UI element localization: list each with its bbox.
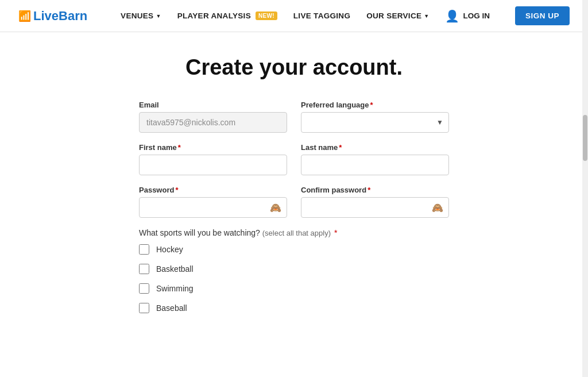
sport-basketball-checkbox[interactable]: [139, 264, 149, 274]
sport-hockey-checkbox[interactable]: [139, 244, 149, 255]
lastname-group: Last name*: [301, 143, 449, 175]
sport-basketball-label[interactable]: Basketball: [156, 264, 194, 274]
password-wrapper: 🙈: [139, 197, 287, 218]
nav-live-tagging[interactable]: LIVE TAGGING: [293, 11, 350, 20]
sport-baseball-label[interactable]: Baseball: [156, 303, 187, 313]
scrollbar[interactable]: [582, 0, 588, 345]
service-dropdown-arrow: ▼: [424, 13, 429, 19]
scrollbar-thumb[interactable]: [583, 115, 587, 161]
password-label: Password*: [139, 186, 287, 194]
password-toggle-icon[interactable]: 🙈: [270, 202, 281, 213]
language-label: Preferred language*: [301, 101, 449, 109]
confirm-password-label: Confirm password*: [301, 186, 449, 194]
nav-our-service[interactable]: OUR SERVICE ▼: [366, 11, 429, 20]
nav-player-analysis[interactable]: PLAYER ANALYSIS New!: [177, 11, 277, 20]
firstname-label: First name*: [139, 143, 287, 152]
registration-form: Email Preferred language* English French…: [139, 101, 449, 322]
confirm-password-field[interactable]: [301, 197, 449, 218]
language-select[interactable]: English French: [301, 112, 449, 133]
signup-button[interactable]: SIGN UP: [515, 6, 570, 25]
login-button[interactable]: 👤 LOG IN: [445, 9, 490, 23]
lastname-label: Last name*: [301, 143, 449, 152]
sport-baseball-item: Baseball: [139, 303, 449, 313]
nav-venues[interactable]: VENUES ▼: [121, 11, 161, 20]
sport-swimming-label[interactable]: Swimming: [156, 284, 194, 293]
language-group: Preferred language* English French ▼: [301, 101, 449, 133]
confirm-password-group: Confirm password* 🙈: [301, 186, 449, 218]
email-label: Email: [139, 101, 287, 109]
new-badge: New!: [256, 11, 277, 20]
password-group: Password* 🙈: [139, 186, 287, 218]
sports-select-note: (select all that apply): [262, 229, 331, 237]
lastname-field[interactable]: [301, 155, 449, 175]
sport-hockey-label[interactable]: Hockey: [156, 245, 183, 254]
account-icon: 👤: [445, 9, 459, 23]
logo[interactable]: 📶 LiveBarn: [18, 9, 87, 24]
required-star-password: *: [175, 186, 178, 194]
required-star-sports: *: [334, 228, 337, 237]
required-star-confirm: *: [368, 186, 370, 194]
sports-question: What sports will you be watching? (selec…: [139, 228, 449, 237]
required-star-lastname: *: [339, 143, 342, 152]
sport-swimming-checkbox[interactable]: [139, 283, 149, 294]
main-nav: VENUES ▼ PLAYER ANALYSIS New! LIVE TAGGI…: [121, 6, 570, 25]
sport-baseball-checkbox[interactable]: [139, 303, 149, 313]
confirm-password-toggle-icon[interactable]: 🙈: [432, 202, 443, 213]
logo-icon: 📶: [18, 10, 31, 22]
venues-dropdown-arrow: ▼: [156, 13, 161, 19]
page-title: Create your account.: [185, 55, 403, 80]
logo-text: LiveBarn: [33, 9, 87, 24]
language-select-wrapper: English French ▼: [301, 112, 449, 133]
firstname-field[interactable]: [139, 155, 287, 175]
sport-hockey-item: Hockey: [139, 244, 449, 255]
confirm-password-wrapper: 🙈: [301, 197, 449, 218]
firstname-group: First name*: [139, 143, 287, 175]
password-field[interactable]: [139, 197, 287, 218]
email-group: Email: [139, 101, 287, 133]
email-field[interactable]: [139, 112, 287, 133]
sport-swimming-item: Swimming: [139, 283, 449, 294]
sport-basketball-item: Basketball: [139, 264, 449, 274]
required-star: *: [370, 101, 373, 109]
required-star-firstname: *: [178, 143, 181, 152]
